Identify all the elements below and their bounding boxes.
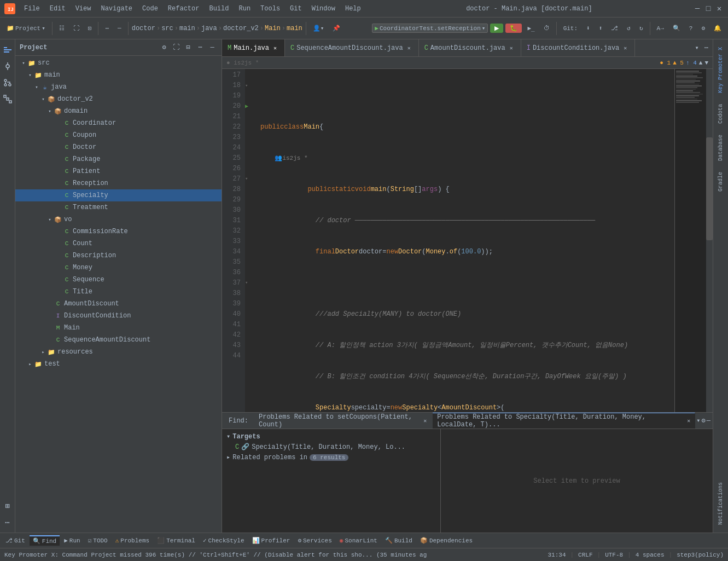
git-history-btn[interactable]: ↺ [624, 24, 634, 33]
sidebar-bottom-icon[interactable]: ⊞ [2, 500, 14, 512]
sidebar-pullreq-icon[interactable] [2, 77, 14, 89]
tab-disccond-close[interactable]: ✕ [621, 44, 629, 52]
git-revert-btn[interactable]: ↻ [636, 24, 647, 33]
tree-item-money[interactable]: C Money [15, 262, 222, 274]
menu-git[interactable]: Git [286, 4, 306, 14]
toolstrip-dependencies[interactable]: 📦 Dependencies [417, 536, 476, 545]
git-branch-btn[interactable]: ⎇ [608, 24, 621, 33]
bottom-gear-btn[interactable]: ⚙ [702, 417, 706, 425]
status-encoding[interactable]: UTF-8 [605, 552, 623, 558]
tree-item-title[interactable]: C Title [15, 286, 222, 298]
toolstrip-terminal[interactable]: ⬛ Terminal [154, 536, 199, 545]
git-push-btn[interactable]: ⬇ [583, 24, 593, 33]
toolbar-btn-4[interactable]: ⋯ [102, 24, 112, 33]
tab-seqamt[interactable]: C SequenceAmountDiscount.java ✕ [285, 39, 419, 56]
toolstrip-build[interactable]: 🔨 Build [382, 536, 416, 545]
toolbar-btn-3[interactable]: ⊡ [85, 24, 95, 33]
menu-view[interactable]: View [71, 4, 96, 14]
search-btn[interactable]: 🔍 [669, 24, 684, 33]
toolstrip-run[interactable]: ▶ Run [61, 536, 83, 545]
tree-item-commissionrate[interactable]: C CommissionRate [15, 225, 222, 238]
tab-main-java[interactable]: M Main.java ✕ [222, 39, 285, 56]
error-indicator[interactable]: ● 1 [660, 60, 671, 66]
fold-37[interactable]: ▾ [245, 280, 248, 286]
tree-item-test[interactable]: ▸ 📁 test [15, 358, 222, 370]
toolstrip-find[interactable]: 🔍 Find [30, 535, 60, 546]
related-header[interactable]: ▸ Related problems in 6 results [226, 452, 436, 462]
toolbar-btn-1[interactable]: ☷ [56, 24, 68, 33]
status-line-ending[interactable]: CRLF [578, 552, 592, 558]
tree-item-src[interactable]: ▾ 📁 src [15, 57, 222, 69]
notifications-btn[interactable]: 🔔 [710, 24, 725, 33]
target-item-specialty[interactable]: C 🔗 Specialty(Title, Duration, Money, Lo… [226, 442, 436, 452]
tree-menu-btn[interactable]: ⋯ [195, 43, 205, 53]
menu-window[interactable]: Window [307, 4, 340, 14]
bottom-problems-tab-1[interactable]: Problems Related to setCoupons(Patient, … [254, 413, 432, 429]
toolstrip-sonarlint[interactable]: ◉ SonarLint [336, 536, 381, 545]
tree-item-java[interactable]: ▾ ☕ java [15, 81, 222, 93]
tree-item-main[interactable]: ▾ 📁 main [15, 69, 222, 81]
bottom-problems-tab-2[interactable]: Problems Related to Specialty(Title, Dur… [433, 413, 695, 429]
tab-more-btn[interactable]: ⋯ [702, 44, 710, 52]
menu-navigate[interactable]: Navigate [96, 4, 137, 14]
tree-item-patient[interactable]: C Patient [15, 165, 222, 177]
tree-item-package[interactable]: C Package [15, 153, 222, 165]
bc-main-class[interactable]: Main [265, 25, 281, 32]
tab-main-close[interactable]: ✕ [271, 44, 279, 52]
tree-settings-btn[interactable]: ⚙ [159, 43, 169, 53]
tab-disccond[interactable]: I DiscountCondition.java ✕ [521, 39, 636, 56]
project-widget[interactable]: 📁 Project ▾ [3, 24, 49, 33]
sidebar-commit-icon[interactable] [2, 60, 14, 72]
v-tab-key-promoter[interactable]: Key Promoter X [717, 44, 725, 96]
scroll-down-indicator[interactable]: ▼ [704, 60, 708, 66]
menu-build[interactable]: Build [205, 4, 233, 14]
toolstrip-checkstyle[interactable]: ✓ CheckStyle [200, 536, 248, 545]
tree-item-sequenceamountdiscount[interactable]: C SequenceAmountDiscount [15, 334, 222, 346]
toolstrip-problems[interactable]: ⚠ Problems [112, 536, 153, 545]
menu-tools[interactable]: Tools [256, 4, 284, 14]
bc-doctor_v2[interactable]: doctor_v2 [223, 25, 259, 32]
fold-27[interactable]: ▾ [245, 176, 248, 182]
close-button[interactable]: ✕ [715, 4, 724, 13]
settings-btn[interactable]: ⚙ [698, 24, 708, 33]
run-config-dropdown[interactable]: ▶ CoordinatorTest.setReception ▾ [372, 24, 488, 33]
v-tab-notifications[interactable]: Notifications [717, 479, 725, 528]
bc-java[interactable]: java [201, 25, 217, 32]
v-tab-codota[interactable]: Codota [717, 101, 725, 127]
tree-item-amountdiscount[interactable]: C AmountDiscount [15, 298, 222, 310]
toolstrip-git[interactable]: ⎇ Git [2, 536, 28, 545]
problems-tab-1-close[interactable]: ✕ [423, 418, 427, 424]
tree-expand-btn[interactable]: ⛶ [171, 43, 181, 53]
sidebar-dots-icon[interactable]: ⋯ [2, 516, 14, 528]
help-btn[interactable]: ? [686, 24, 696, 33]
warning-indicator[interactable]: ▲ 5 [673, 60, 684, 66]
scroll-up-indicator[interactable]: ▲ [699, 60, 703, 66]
menu-run[interactable]: Run [234, 4, 255, 14]
status-position[interactable]: 31:34 [548, 552, 566, 558]
tree-item-main-class[interactable]: M Main [15, 322, 222, 334]
v-tab-database[interactable]: Database [717, 131, 725, 164]
bc-src[interactable]: src [161, 25, 173, 32]
code-content[interactable]: public class Main { 👥 is2js * public sta… [256, 69, 674, 412]
profiler-btn[interactable]: ⏱ [540, 24, 553, 33]
menu-edit[interactable]: Edit [45, 4, 70, 14]
minimize-button[interactable]: ─ [693, 4, 702, 13]
tree-item-count[interactable]: C Count [15, 238, 222, 250]
translate-btn[interactable]: A→ [654, 24, 667, 33]
run-19[interactable]: ▶ [245, 103, 248, 109]
menu-file[interactable]: File [20, 4, 44, 14]
tree-item-coupon[interactable]: C Coupon [15, 129, 222, 141]
pin-btn[interactable]: 📌 [329, 24, 343, 33]
fold-18[interactable]: ▾ [245, 83, 248, 89]
tab-scroll-down[interactable]: ▾ [693, 44, 701, 52]
toolstrip-services[interactable]: ⚙ Services [294, 536, 335, 545]
debug-button[interactable]: 🐛 [505, 24, 522, 33]
tab-amtdsc-close[interactable]: ✕ [508, 44, 515, 52]
bc-main[interactable]: main [179, 25, 195, 32]
tree-item-doctor[interactable]: C Doctor [15, 141, 222, 153]
bottom-find-tab[interactable]: Find: [224, 413, 253, 429]
code-view[interactable]: 17 18 19 20 21 22 23 24 25 26 27 28 29 3… [222, 69, 713, 412]
tree-item-doctor-v2[interactable]: ▾ 📦 doctor_v2 [15, 93, 222, 105]
problems-tab-2-close[interactable]: ✕ [687, 418, 690, 424]
run-button[interactable]: ▶ [490, 24, 503, 33]
